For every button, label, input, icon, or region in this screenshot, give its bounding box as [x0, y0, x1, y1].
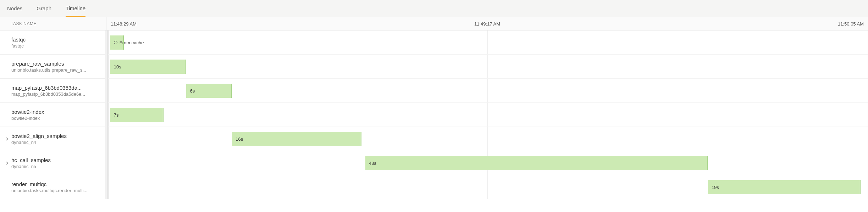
- task-name-label: bowtie2-index: [11, 109, 100, 115]
- task-sub-label: dynamic_n5: [11, 164, 100, 169]
- tabs-bar: Nodes Graph Timeline: [0, 0, 868, 17]
- chevron-right-icon[interactable]: [4, 137, 11, 141]
- bar-label: 10s: [114, 64, 121, 69]
- task-row[interactable]: map_pyfastp_6b3bd0353da... map_pyfastp_6…: [0, 79, 106, 103]
- tab-timeline[interactable]: Timeline: [66, 0, 85, 17]
- sidebar-header-taskname: Task Name: [0, 17, 106, 30]
- gantt-bar[interactable]: From cache: [110, 35, 124, 50]
- task-name-label: render_multiqc: [11, 181, 100, 187]
- gantt-bar[interactable]: 43s: [365, 156, 708, 170]
- task-sidebar: Task Name fastqc fastqc prepare_raw_samp…: [0, 17, 106, 199]
- task-name-label: fastqc: [11, 37, 100, 43]
- task-name-label: bowtie2_align_samples: [11, 133, 100, 139]
- gantt-row: 16s: [106, 127, 868, 151]
- task-row[interactable]: prepare_raw_samples unionbio.tasks.utils…: [0, 55, 106, 79]
- task-name-label: hc_call_samples: [11, 157, 100, 163]
- task-name-label: map_pyfastp_6b3bd0353da...: [11, 85, 100, 91]
- bar-label: 16s: [236, 136, 243, 142]
- gantt-bar[interactable]: 19s: [708, 180, 860, 194]
- gantt-row: 43s: [106, 151, 868, 175]
- gantt-row: 6s: [106, 79, 868, 103]
- task-sub-label: fastqc: [11, 43, 100, 49]
- task-row[interactable]: bowtie2-index bowtie2-index: [0, 103, 106, 127]
- cache-icon: [114, 40, 117, 45]
- task-row[interactable]: bowtie2_align_samples dynamic_n4: [0, 127, 106, 151]
- gantt-row: 10s: [106, 55, 868, 79]
- bar-label: 6s: [190, 88, 195, 94]
- tab-nodes[interactable]: Nodes: [7, 0, 22, 17]
- timeline-header: 11:48:29 AM 11:49:17 AM 11:50:05 AM: [106, 17, 868, 30]
- bar-label: 7s: [114, 112, 119, 118]
- timeline-panel: 11:48:29 AM 11:49:17 AM 11:50:05 AM From…: [106, 17, 868, 199]
- task-sub-label: unionbio.tasks.utils.prepare_raw_s...: [11, 67, 100, 73]
- gantt-bar[interactable]: 16s: [232, 132, 361, 146]
- task-sub-label: bowtie2-index: [11, 116, 100, 121]
- bar-label: 19s: [712, 185, 719, 190]
- gantt-row: From cache: [106, 30, 868, 55]
- bar-label: From cache: [120, 40, 144, 45]
- chevron-right-icon[interactable]: [4, 161, 11, 165]
- tab-graph[interactable]: Graph: [37, 0, 51, 17]
- gantt-bar[interactable]: 7s: [110, 108, 164, 122]
- time-mark-mid: 11:49:17 AM: [474, 17, 500, 30]
- task-sub-label: dynamic_n4: [11, 140, 100, 145]
- timeline-body: From cache 10s 6s 7s 16s: [106, 30, 868, 199]
- task-row[interactable]: hc_call_samples dynamic_n5: [0, 151, 106, 175]
- time-mark-start: 11:48:29 AM: [111, 17, 137, 30]
- task-row[interactable]: fastqc fastqc: [0, 30, 106, 55]
- task-sub-label: unionbio.tasks.multiqc.render_multi...: [11, 188, 100, 193]
- task-sub-label: map_pyfastp_6b3bd0353da5de6e...: [11, 91, 100, 97]
- panel-splitter[interactable]: [105, 30, 108, 199]
- gantt-row: 19s: [106, 175, 868, 199]
- gantt-bar[interactable]: 6s: [186, 84, 232, 98]
- task-name-label: prepare_raw_samples: [11, 61, 100, 67]
- task-row[interactable]: render_multiqc unionbio.tasks.multiqc.re…: [0, 175, 106, 199]
- bar-label: 43s: [369, 161, 376, 166]
- main-panel: Task Name fastqc fastqc prepare_raw_samp…: [0, 17, 868, 199]
- gantt-bar[interactable]: 10s: [110, 60, 187, 74]
- gantt-row: 7s: [106, 103, 868, 127]
- time-mark-end: 11:50:05 AM: [838, 17, 864, 30]
